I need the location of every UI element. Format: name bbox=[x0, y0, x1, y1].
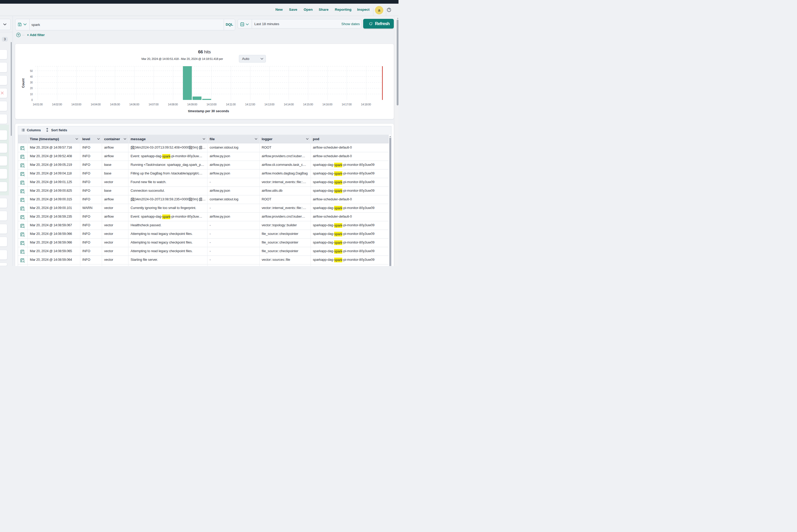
svg-text:?: ? bbox=[388, 8, 390, 11]
